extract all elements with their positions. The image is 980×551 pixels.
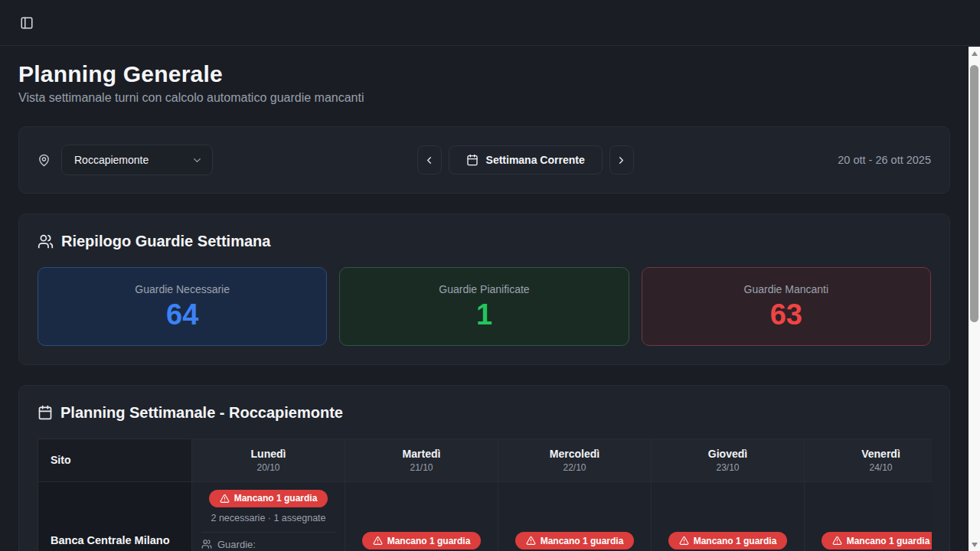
panel-left-icon [20, 16, 34, 30]
stat-card-planned: Guardie Pianificate 1 [339, 267, 629, 346]
guards-label-text: Guardie: [217, 539, 256, 550]
alert-triangle-icon [373, 536, 383, 546]
shift-cell-monday: Mancano 1 guardia 2 necessarie · 1 asseg… [192, 482, 345, 551]
column-header-thursday: Giovedì 23/10 [652, 439, 805, 482]
planning-section: Planning Settimanale - Roccapiemonte Sit… [18, 385, 950, 551]
missing-guard-badge[interactable]: Mancano 1 guardia [362, 532, 482, 549]
shift-cell-tuesday: Mancano 1 guardia 1 necessarie · 0 asseg… [345, 482, 498, 551]
location-select-value: Roccapiemonte [74, 154, 149, 166]
day-date: 22/10 [563, 462, 586, 473]
topbar [0, 0, 980, 46]
previous-week-button[interactable] [417, 145, 442, 174]
badge-label: Mancano 1 guardia [234, 493, 318, 504]
day-date: 20/10 [256, 462, 279, 473]
week-navigation: Settimana Corrente [417, 145, 634, 174]
vertical-scrollbar[interactable] [969, 47, 980, 551]
sidebar-toggle-button[interactable] [17, 13, 37, 33]
guards-label: Guardie: [198, 539, 338, 550]
stat-value: 63 [652, 299, 921, 331]
day-date: 24/10 [869, 462, 892, 473]
site-cell: Banca Centrale Milano vmB2h_ [38, 482, 192, 551]
column-header-tuesday: Martedì 21/10 [345, 439, 498, 482]
main-content: Planning Generale Vista settimanale turn… [0, 46, 969, 551]
planning-title-text: Planning Settimanale - Roccapiemonte [60, 404, 343, 422]
scrollbar-down-arrow[interactable] [969, 539, 980, 550]
shift-cell-friday: Mancano 1 guardia 1 necessarie · 0 asseg… [805, 482, 932, 551]
badge-label: Mancano 1 guardia [847, 536, 930, 546]
day-name: Lunedì [251, 448, 286, 460]
stat-label: Guardie Pianificate [349, 283, 619, 295]
chevron-right-icon [616, 155, 627, 166]
calendar-icon [38, 405, 53, 420]
day-date: 23/10 [716, 462, 739, 473]
users-icon [201, 539, 212, 549]
site-name-line1: Banca Centrale Milano [51, 533, 170, 549]
users-icon [38, 233, 54, 249]
summary-title: Riepilogo Guardie Settimana [38, 233, 931, 250]
missing-guard-badge[interactable]: Mancano 1 guardia [668, 532, 788, 549]
day-name: Mercoledì [550, 448, 599, 460]
badge-label: Mancano 1 guardia [694, 536, 777, 546]
alert-triangle-icon [526, 536, 536, 546]
shift-cell-thursday: Mancano 1 guardia 1 necessarie · 0 asseg… [652, 482, 805, 551]
column-header-friday: Venerdì 24/10 [805, 439, 932, 482]
cell-detail: 2 necessarie · 1 assegnate [198, 513, 338, 523]
column-header-wednesday: Mercoledì 22/10 [498, 439, 652, 482]
missing-guard-badge[interactable]: Mancano 1 guardia [822, 532, 932, 549]
summary-section: Riepilogo Guardie Settimana Guardie Nece… [18, 214, 950, 365]
stat-label: Guardie Mancanti [652, 283, 921, 295]
alert-triangle-icon [679, 536, 689, 546]
summary-title-text: Riepilogo Guardie Settimana [61, 233, 270, 250]
badge-label: Mancano 1 guardia [541, 536, 624, 546]
filter-bar: Roccapiemonte Settimana Corrente [18, 126, 950, 194]
stat-label: Guardie Necessarie [47, 283, 317, 295]
next-week-button[interactable] [609, 145, 634, 174]
chevron-left-icon [423, 155, 435, 166]
cell-divider [201, 532, 335, 533]
current-week-button[interactable]: Settimana Corrente [449, 145, 603, 174]
missing-guard-badge[interactable]: Mancano 1 guardia [209, 490, 328, 507]
alert-triangle-icon [220, 494, 230, 504]
day-date: 21/10 [410, 462, 433, 473]
planning-title: Planning Settimanale - Roccapiemonte [38, 404, 931, 422]
date-range-label: 20 ott - 26 ott 2025 [838, 154, 931, 166]
missing-guard-badge[interactable]: Mancano 1 guardia [515, 532, 635, 549]
stat-value: 64 [47, 299, 317, 331]
stat-value: 1 [349, 299, 619, 331]
column-header-monday: Lunedì 20/10 [192, 439, 345, 482]
current-week-label: Settimana Corrente [486, 154, 585, 166]
location-group: Roccapiemonte [38, 145, 213, 175]
map-pin-icon [38, 154, 51, 167]
stat-grid: Guardie Necessarie 64 Guardie Pianificat… [38, 267, 931, 346]
page-subtitle: Vista settimanale turni con calcolo auto… [18, 91, 950, 105]
site-name: Banca Centrale Milano vmB2h_ [51, 533, 170, 551]
planning-table: Sito Lunedì 20/10 Martedì 21/10 Mercoled… [38, 439, 932, 551]
day-name: Martedì [403, 448, 441, 460]
location-select[interactable]: Roccapiemonte [61, 145, 213, 175]
page-title: Planning Generale [18, 61, 950, 87]
stat-card-missing: Guardie Mancanti 63 [642, 267, 931, 346]
shift-cell-wednesday: Mancano 1 guardia 1 necessarie · 0 asseg… [498, 482, 652, 551]
scrollbar-thumb[interactable] [970, 65, 978, 322]
day-name: Venerdì [861, 448, 900, 460]
scrollbar-up-arrow[interactable] [969, 47, 980, 59]
column-header-site: Sito [38, 439, 192, 482]
calendar-icon [466, 154, 479, 166]
alert-triangle-icon [832, 536, 842, 546]
day-name: Giovedì [708, 448, 747, 460]
chevron-down-icon [191, 155, 203, 166]
site-header-label: Sito [51, 454, 70, 466]
badge-label: Mancano 1 guardia [387, 536, 471, 546]
stat-card-necessary: Guardie Necessarie 64 [38, 267, 327, 346]
